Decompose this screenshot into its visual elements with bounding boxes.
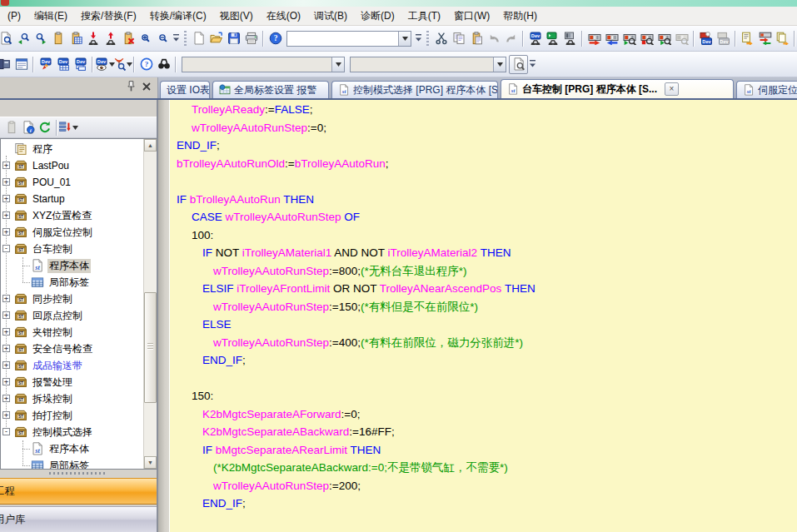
expand-toggle[interactable]: + <box>2 328 10 336</box>
device-test-off-button[interactable]: Dev <box>715 30 732 47</box>
expand-toggle[interactable]: + <box>2 361 10 369</box>
statement-list-button[interactable] <box>739 30 756 47</box>
combo-dropdown-arrow-icon[interactable] <box>331 57 344 72</box>
device-find-button[interactable]: Dev <box>526 30 544 47</box>
menu-window[interactable]: 窗口(W) <box>447 7 496 26</box>
tree-item-tapping-control[interactable]: +ST拍打控制 <box>1 407 143 424</box>
monitor-off-button[interactable] <box>673 30 690 47</box>
cross-reference-button[interactable] <box>0 30 14 47</box>
tab-close-button[interactable]: × <box>665 82 679 96</box>
tab-servo-positioning-program[interactable]: st伺服定位控制 [PR <box>736 81 797 98</box>
cut-button[interactable] <box>432 30 450 47</box>
expand-toggle[interactable]: + <box>2 211 10 219</box>
module-config-button[interactable] <box>0 56 12 73</box>
online-change-button[interactable] <box>756 30 774 47</box>
device-comment-button[interactable]: Dev <box>37 56 54 73</box>
menu-project[interactable]: (P) <box>1 7 27 24</box>
toolbar-overflow-button[interactable] <box>415 30 423 47</box>
print-preview-button[interactable] <box>509 55 528 74</box>
monitor-stop-button[interactable] <box>638 30 655 47</box>
expand-toggle[interactable]: + <box>2 295 10 302</box>
tree-scrollbar[interactable]: ▲ ▼ <box>143 139 157 469</box>
paste-grid-button[interactable] <box>67 30 84 47</box>
tab-control-mode-program[interactable]: st控制模式选择 [PRG] 程序本体 [S.. <box>331 81 498 98</box>
data-info-button[interactable]: i <box>20 119 37 136</box>
nav-mode-project[interactable]: 工程 <box>0 478 157 505</box>
expand-toggle[interactable]: + <box>2 178 10 186</box>
zoom-in-button[interactable] <box>137 30 154 47</box>
sort-filter-button[interactable] <box>60 119 77 136</box>
menu-diagnostics[interactable]: 诊断(D) <box>354 7 401 26</box>
toolbar-overflow-button[interactable] <box>172 30 181 47</box>
tree-item-trolley-control[interactable]: -ST台车控制 <box>1 241 143 257</box>
new-project-button[interactable] <box>190 30 207 47</box>
tree-item-destack-control[interactable]: +ST拆垛控制 <box>1 390 143 407</box>
menu-edit[interactable]: 编辑(E) <box>27 7 74 26</box>
expand-toggle[interactable]: + <box>2 195 10 202</box>
undo-button[interactable] <box>485 30 502 47</box>
save-project-button[interactable] <box>225 30 242 47</box>
tree-item-last-pou[interactable]: +STLastPou <box>1 157 143 174</box>
panel-pin-button[interactable] <box>124 82 137 95</box>
paste-edit-button[interactable] <box>467 30 485 47</box>
tab-global-label-alarm[interactable]: 全局标签设置 报警 <box>212 81 329 98</box>
find-previous-button[interactable] <box>14 30 32 47</box>
zoom-out-button[interactable] <box>154 30 172 47</box>
menu-online[interactable]: 在线(O) <box>260 7 307 26</box>
window-select-combo[interactable] <box>286 31 411 47</box>
editor-margin[interactable] <box>158 100 170 532</box>
tree-item-program[interactable]: 程序 <box>1 141 143 157</box>
find-next-button[interactable] <box>32 30 49 47</box>
parameter-list-button[interactable] <box>12 56 30 73</box>
redo-button[interactable] <box>502 30 520 47</box>
device-display-button[interactable]: Dev <box>96 56 113 73</box>
open-project-button[interactable] <box>207 30 225 47</box>
find-binoculars-button[interactable] <box>155 56 172 73</box>
paste-disabled-button[interactable] <box>3 119 20 136</box>
tab-trolley-control-program[interactable]: st台车控制 [PRG] 程序本体 [S...× <box>501 79 734 98</box>
menu-debug[interactable]: 调试(B) <box>307 7 354 26</box>
intelligent-module-monitor-button[interactable] <box>113 56 131 73</box>
tab-io-settings[interactable]: 设置 IO表 <box>160 81 210 98</box>
code-area[interactable]: TrolleyAReady:=FALSE;wTrolleyAAutoRunSte… <box>170 100 797 532</box>
menu-help[interactable]: 帮助(H) <box>496 7 544 26</box>
tree-item-clamp-control[interactable]: +ST夹钳控制 <box>1 324 143 341</box>
tree-item-servo-positioning[interactable]: +ST伺服定位控制 <box>1 224 143 241</box>
watch-select-combo[interactable] <box>350 57 506 72</box>
panel-close-button[interactable] <box>140 82 153 95</box>
toolbar-overflow-button[interactable] <box>529 56 537 73</box>
print-button[interactable] <box>242 30 260 47</box>
monitor-watch-button[interactable] <box>655 30 673 47</box>
expand-toggle[interactable]: + <box>2 162 10 169</box>
nav-mode-user-library[interactable]: 用户库 <box>0 506 157 532</box>
expand-toggle[interactable]: + <box>2 345 10 352</box>
tree-item-xyz-position-check[interactable]: +STXYZ位置检查 <box>1 207 143 224</box>
tree-item-product-conveyor[interactable]: +ST成品输送带 <box>1 357 143 374</box>
module-find-button[interactable] <box>561 30 579 47</box>
scroll-down-button[interactable]: ▼ <box>144 456 157 469</box>
monitor-screen-find-button[interactable] <box>544 30 561 47</box>
expand-toggle[interactable]: + <box>2 378 10 385</box>
copy-button[interactable] <box>450 30 467 47</box>
monitor-start-button[interactable] <box>620 30 638 47</box>
menu-view[interactable]: 视图(V) <box>213 7 260 26</box>
tree-item-alarm-handling[interactable]: +ST报警处理 <box>1 374 143 390</box>
expand-toggle[interactable]: - <box>2 428 10 435</box>
expand-toggle[interactable]: + <box>2 311 10 319</box>
scroll-thumb[interactable] <box>144 292 157 403</box>
tree-item-sync-control[interactable]: +ST同步控制 <box>1 291 143 307</box>
device-test-on-button[interactable]: Dev <box>697 30 715 47</box>
menu-tools[interactable]: 工具(T) <box>401 7 447 26</box>
panel-splitter[interactable] <box>0 470 157 476</box>
address-select-combo[interactable] <box>182 57 345 72</box>
paste-button[interactable] <box>49 30 67 47</box>
tree-item-control-mode-select[interactable]: -ST控制模式选择 <box>1 424 143 440</box>
scroll-up-button[interactable]: ▲ <box>144 139 157 152</box>
search-down-button[interactable] <box>84 30 102 47</box>
help-alt-button[interactable]: ? <box>137 56 155 73</box>
combo-dropdown-arrow-icon[interactable] <box>398 32 411 46</box>
search-up-button[interactable] <box>102 30 119 47</box>
help-button[interactable]: ? <box>266 30 284 47</box>
expand-toggle[interactable]: + <box>2 395 10 402</box>
device-memory-button[interactable]: Dev <box>54 56 72 73</box>
